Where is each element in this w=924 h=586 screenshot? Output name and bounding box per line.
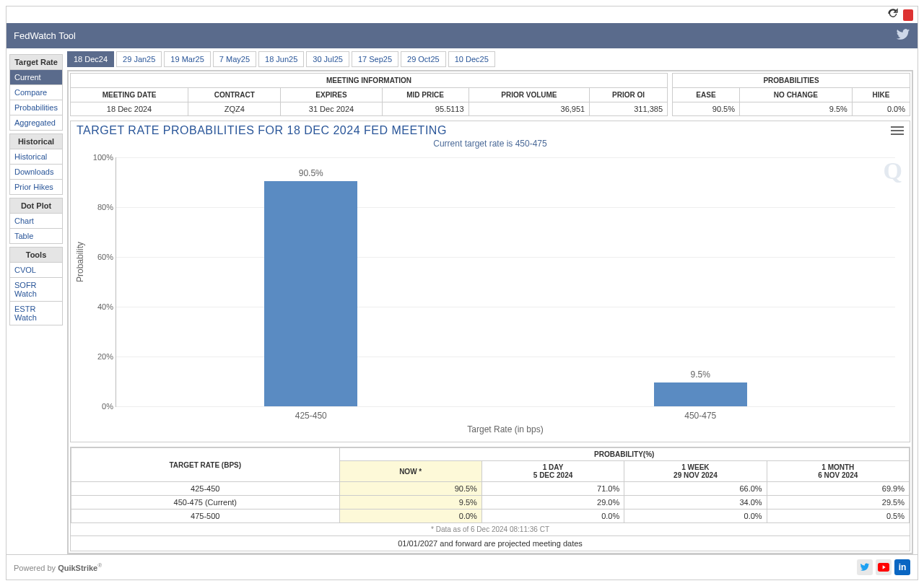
sidebar-item[interactable]: ESTR Watch [9, 302, 63, 325]
footer-twitter-icon[interactable] [857, 559, 873, 575]
table-cell: 0.5% [767, 510, 909, 523]
app-title: FedWatch Tool [14, 30, 76, 41]
table-cell: 0.0% [852, 102, 910, 116]
table-cell: 29.5% [767, 496, 909, 510]
table-cell: 425-450 [71, 482, 340, 496]
sidebar-item[interactable]: Table [9, 229, 63, 244]
date-tab[interactable]: 17 Sep25 [352, 51, 398, 67]
y-tick: 80% [86, 203, 113, 211]
y-tick: 0% [86, 402, 113, 411]
table-subheader: 1 WEEK29 NOV 2024 [624, 461, 767, 482]
table-header: HIKE [852, 88, 910, 102]
table-header: EXPIRES [281, 88, 382, 102]
table-cell: 0.0% [624, 510, 767, 523]
date-tab[interactable]: 19 Mar25 [164, 51, 210, 67]
chart-bar [264, 181, 357, 406]
table-cell: 95.5113 [382, 102, 468, 116]
sidebar-item[interactable]: Historical [9, 149, 63, 165]
table-cell: 69.9% [767, 482, 909, 496]
y-tick: 100% [86, 153, 113, 162]
data-as-of-footnote: * Data as of 6 Dec 2024 08:11:36 CT [71, 523, 910, 535]
date-tabs: 18 Dec2429 Jan2519 Mar257 May2518 Jun253… [67, 51, 913, 67]
table-header: PROBABILITY(%) [339, 448, 909, 461]
chart-menu-icon[interactable] [891, 126, 904, 135]
footer-youtube-icon[interactable] [876, 559, 892, 575]
table-cell: 0.0% [481, 510, 624, 523]
date-tab[interactable]: 29 Jan25 [116, 51, 162, 67]
sidebar-item[interactable]: SOFR Watch [9, 278, 63, 302]
bar-value-label: 9.5% [691, 369, 710, 380]
chart-container: TARGET RATE PROBABILITIES FOR 18 DEC 202… [70, 121, 910, 442]
table-cell: 71.0% [481, 482, 624, 496]
sidebar-group-header: Dot Plot [9, 198, 63, 214]
table-header: PRIOR OI [590, 88, 668, 102]
twitter-icon[interactable] [896, 27, 910, 44]
table-header: TARGET RATE (BPS) [71, 448, 340, 482]
sidebar-item[interactable]: Probabilities [9, 100, 63, 115]
table-header: CONTRACT [188, 88, 281, 102]
table-cell: 18 Dec 2024 [71, 102, 188, 116]
table-header: PRIOR VOLUME [468, 88, 590, 102]
sidebar-group-header: Target Rate [9, 54, 63, 70]
bar-value-label: 90.5% [299, 168, 323, 178]
projection-note: 01/01/2027 and forward are projected mee… [71, 535, 910, 551]
chart-title: TARGET RATE PROBABILITIES FOR 18 DEC 202… [77, 124, 447, 137]
table-subheader: NOW * [339, 461, 481, 482]
prob-summary-title: PROBABILITIES [673, 74, 910, 88]
table-cell: 9.5% [739, 102, 852, 116]
table-cell: 475-500 [71, 510, 340, 523]
table-header: EASE [673, 88, 740, 102]
table-cell: 90.5% [673, 102, 740, 116]
table-cell: 29.0% [481, 496, 624, 510]
sidebar-item[interactable]: Prior Hikes [9, 180, 63, 195]
sidebar-group-header: Tools [9, 247, 63, 263]
sidebar-item[interactable]: CVOL [9, 263, 63, 278]
sidebar-item[interactable]: Chart [9, 214, 63, 229]
x-axis-label: Target Rate (in bps) [467, 424, 543, 434]
probabilities-summary-table: PROBABILITIES EASENO CHANGEHIKE 90.5%9.5… [672, 73, 910, 116]
table-cell: ZQZ4 [188, 102, 281, 116]
table-cell: 66.0% [624, 482, 767, 496]
date-tab[interactable]: 29 Oct25 [401, 51, 446, 67]
sidebar-item[interactable]: Current [9, 70, 63, 85]
table-cell: 450-475 (Current) [71, 496, 340, 510]
chart-bar [654, 382, 747, 406]
table-cell: 34.0% [624, 496, 767, 510]
table-header: NO CHANGE [739, 88, 852, 102]
meeting-info-title: MEETING INFORMATION [71, 74, 668, 88]
date-tab[interactable]: 18 Dec24 [67, 51, 114, 67]
date-tab[interactable]: 7 May25 [213, 51, 256, 67]
pdf-icon[interactable] [903, 9, 913, 21]
table-cell: 36,951 [468, 102, 590, 116]
sidebar-item[interactable]: Downloads [9, 165, 63, 180]
sidebar-item[interactable]: Compare [9, 85, 63, 100]
chart-subtitle: Current target rate is 450-475 [77, 139, 904, 149]
footer-brand: Powered by QuikStrike® [14, 562, 102, 572]
table-header: MEETING DATE [71, 88, 188, 102]
table-subheader: 1 DAY5 DEC 2024 [481, 461, 624, 482]
y-tick: 40% [86, 302, 113, 311]
table-cell: 0.0% [339, 510, 481, 523]
table-cell: 90.5% [339, 482, 481, 496]
meeting-info-table: MEETING INFORMATION MEETING DATECONTRACT… [70, 73, 668, 116]
table-cell: 311,385 [590, 102, 668, 116]
x-category-label: 425-450 [295, 411, 327, 421]
date-tab[interactable]: 10 Dec25 [448, 51, 495, 67]
sidebar-item[interactable]: Aggregated [9, 115, 63, 131]
y-tick: 20% [86, 352, 113, 361]
y-tick: 60% [86, 253, 113, 261]
x-category-label: 450-475 [684, 411, 716, 421]
probability-history-table: TARGET RATE (BPS)PROBABILITY(%)NOW *1 DA… [70, 447, 910, 551]
sidebar: Target RateCurrentCompareProbabilitiesAg… [6, 48, 66, 554]
y-axis-label: Probability [75, 242, 85, 282]
table-subheader: 1 MONTH6 NOV 2024 [767, 461, 909, 482]
sidebar-group-header: Historical [9, 134, 63, 149]
date-tab[interactable]: 18 Jun25 [258, 51, 304, 67]
table-cell: 31 Dec 2024 [281, 102, 382, 116]
table-header: MID PRICE [382, 88, 468, 102]
date-tab[interactable]: 30 Jul25 [306, 51, 349, 67]
footer-linkedin-icon[interactable]: in [894, 559, 910, 575]
refresh-icon[interactable] [887, 8, 899, 22]
table-cell: 9.5% [339, 496, 481, 510]
